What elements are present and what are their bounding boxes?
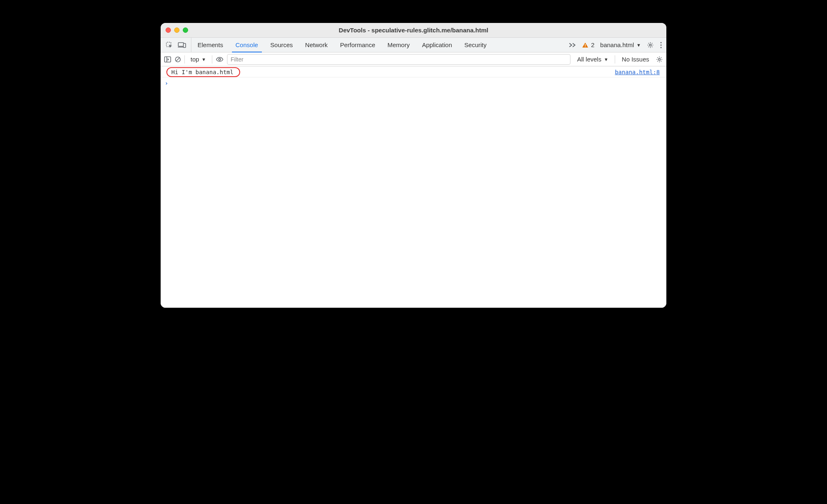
clear-console-icon[interactable] — [175, 56, 181, 63]
svg-rect-4 — [585, 44, 586, 46]
svg-rect-1 — [178, 43, 184, 46]
titlebar: DevTools - speculative-rules.glitch.me/b… — [161, 23, 666, 38]
traffic-lights — [166, 27, 188, 33]
window-title: DevTools - speculative-rules.glitch.me/b… — [161, 27, 666, 34]
tab-label: Elements — [198, 41, 223, 48]
panel-tabs: Elements Console Sources Network Perform… — [191, 38, 493, 52]
console-log-message: Hi I'm banana.html — [167, 68, 239, 76]
devtools-window: DevTools - speculative-rules.glitch.me/b… — [161, 23, 666, 308]
warning-icon — [582, 42, 588, 48]
svg-line-13 — [176, 57, 179, 61]
svg-point-9 — [660, 47, 661, 48]
console-prompt-row: › — [161, 77, 666, 88]
console-toolbar: top ▼ All levels ▼ No Issues — [161, 52, 666, 66]
tabs-right-group: 2 banana.html ▼ — [565, 38, 666, 52]
console-settings-icon[interactable] — [656, 56, 663, 63]
svg-point-6 — [650, 44, 652, 46]
tab-label: Performance — [340, 41, 375, 48]
chevron-down-icon: ▼ — [604, 57, 608, 62]
tab-application[interactable]: Application — [416, 38, 458, 52]
tab-label: Security — [464, 41, 486, 48]
target-dropdown-label: banana.html — [600, 41, 634, 48]
warnings-count: 2 — [591, 41, 594, 48]
tab-security[interactable]: Security — [458, 38, 493, 52]
log-levels-label: All levels — [577, 56, 601, 63]
window-zoom-button[interactable] — [183, 27, 188, 33]
console-output: Hi I'm banana.html banana.html:8 › — [161, 66, 666, 308]
svg-rect-3 — [184, 43, 186, 48]
kebab-menu-icon[interactable] — [660, 41, 662, 49]
issues-label: No Issues — [622, 56, 649, 63]
toggle-sidebar-icon[interactable] — [164, 56, 171, 63]
window-minimize-button[interactable] — [174, 27, 179, 33]
svg-point-7 — [660, 42, 661, 43]
tab-label: Console — [236, 41, 258, 48]
tab-elements[interactable]: Elements — [191, 38, 229, 52]
context-dropdown[interactable]: top ▼ — [188, 56, 209, 63]
tab-console[interactable]: Console — [229, 38, 264, 52]
svg-rect-5 — [585, 46, 586, 47]
log-levels-dropdown[interactable]: All levels ▼ — [574, 56, 611, 63]
tab-memory[interactable]: Memory — [382, 38, 416, 52]
window-close-button[interactable] — [166, 27, 171, 33]
console-log-source: banana.html:8 — [615, 69, 662, 75]
source-link[interactable]: banana.html:8 — [615, 69, 660, 75]
inspect-tools-group — [161, 38, 191, 52]
console-log-row: Hi I'm banana.html banana.html:8 — [161, 66, 666, 77]
device-toolbar-icon[interactable] — [178, 42, 186, 48]
prompt-caret-icon: › — [165, 80, 168, 86]
tab-label: Network — [305, 41, 328, 48]
svg-point-15 — [659, 58, 661, 60]
context-dropdown-label: top — [191, 56, 199, 63]
toolbar-separator — [212, 55, 212, 64]
issues-button[interactable]: No Issues — [618, 56, 652, 63]
warnings-badge[interactable]: 2 — [582, 41, 594, 48]
chevron-down-icon: ▼ — [636, 43, 641, 48]
console-log-message-wrapper: Hi I'm banana.html — [167, 68, 239, 76]
panel-tabs-row: Elements Console Sources Network Perform… — [161, 38, 666, 52]
tab-label: Memory — [388, 41, 410, 48]
inspect-element-icon[interactable] — [166, 41, 173, 49]
chevron-down-icon: ▼ — [202, 57, 206, 62]
target-dropdown[interactable]: banana.html ▼ — [600, 41, 641, 48]
toolbar-separator — [184, 55, 185, 64]
svg-point-8 — [660, 44, 661, 45]
filter-input[interactable] — [227, 54, 570, 65]
live-expression-icon[interactable] — [216, 57, 224, 62]
console-prompt-input[interactable] — [171, 80, 662, 86]
settings-icon[interactable] — [647, 41, 654, 49]
toolbar-separator — [615, 55, 615, 64]
tab-performance[interactable]: Performance — [334, 38, 382, 52]
tab-label: Sources — [270, 41, 293, 48]
tab-network[interactable]: Network — [299, 38, 334, 52]
tab-sources[interactable]: Sources — [264, 38, 299, 52]
svg-point-14 — [218, 58, 220, 60]
tab-label: Application — [422, 41, 452, 48]
more-tabs-icon[interactable] — [569, 42, 576, 48]
